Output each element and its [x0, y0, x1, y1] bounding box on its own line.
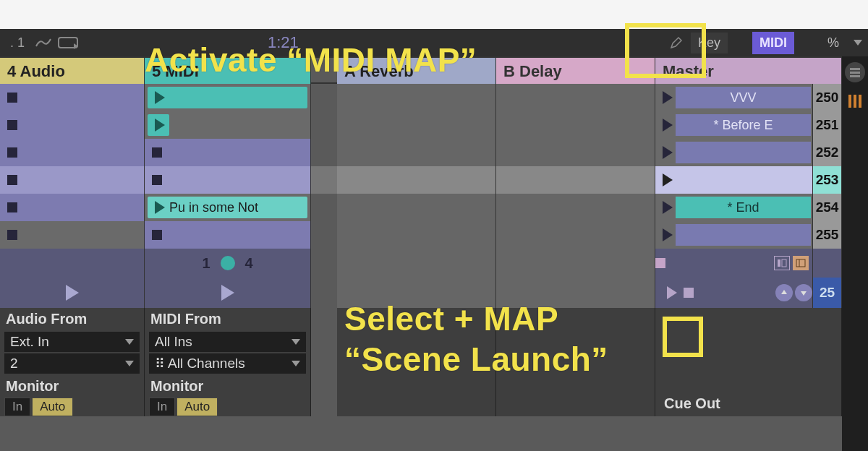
- view-icon[interactable]: [774, 256, 790, 270]
- clip-slot[interactable]: [145, 221, 311, 249]
- scene-tempo[interactable]: 251: [813, 111, 842, 139]
- time-position: 1:21: [263, 32, 303, 53]
- return-slot: [496, 194, 655, 221]
- monitor-auto-button[interactable]: Auto: [32, 398, 73, 416]
- return-status: [496, 249, 655, 278]
- return-slot: [496, 139, 655, 166]
- midi-map-button[interactable]: MIDI: [752, 32, 794, 54]
- return-slot: [337, 111, 496, 139]
- nudge-down-icon[interactable]: [795, 284, 812, 301]
- return-slot: [337, 194, 496, 221]
- clip-slot[interactable]: [0, 139, 145, 166]
- track-header-midi[interactable]: 5 MIDI: [145, 58, 311, 85]
- cue-out-label: Cue Out: [658, 392, 726, 415]
- crossfade-value[interactable]: 25: [813, 278, 842, 308]
- audio-channel-dropdown[interactable]: 2: [4, 353, 140, 374]
- scene-slot[interactable]: * End: [655, 194, 813, 221]
- io-label: MIDI From: [145, 308, 310, 330]
- scene-tempo[interactable]: 250: [813, 84, 842, 111]
- automation-icon[interactable]: [35, 36, 52, 49]
- dropdown-icon[interactable]: [854, 40, 862, 46]
- monitor-label: Monitor: [145, 375, 310, 398]
- track-launch-button[interactable]: [0, 278, 145, 308]
- monitor-label: Monitor: [0, 375, 144, 398]
- scene-launch-button[interactable]: [655, 278, 813, 308]
- pencil-icon[interactable]: [668, 36, 685, 49]
- midi-activity-icon: [221, 256, 235, 270]
- loop-icon[interactable]: [58, 37, 78, 48]
- io-label: Audio From: [0, 308, 144, 330]
- return-slot: [337, 139, 496, 166]
- scene-slot[interactable]: [655, 139, 813, 166]
- track-header-audio[interactable]: 4 Audio: [0, 58, 145, 85]
- browser-sidebar: [842, 56, 868, 451]
- clip-slot[interactable]: [145, 84, 311, 111]
- session-view: 4 Audio 5 MIDI A Reverb B Delay Master V…: [0, 56, 842, 451]
- view-icon[interactable]: [793, 256, 809, 270]
- return-status: [337, 249, 496, 278]
- monitor-auto-button[interactable]: Auto: [176, 398, 218, 416]
- stop-all-clips[interactable]: [655, 249, 813, 278]
- scene-tempo[interactable]: 252: [813, 139, 842, 166]
- track-launch-button[interactable]: [145, 278, 311, 308]
- clip-slot[interactable]: [145, 166, 311, 194]
- scene-tempo[interactable]: 253: [813, 166, 842, 194]
- clip-slot[interactable]: [0, 84, 145, 111]
- return-slot: [337, 221, 496, 249]
- midi-from-dropdown[interactable]: All Ins: [149, 332, 306, 352]
- track-header-reverb[interactable]: A Reverb: [337, 58, 496, 85]
- level-icon[interactable]: [845, 91, 865, 111]
- return-slot: [496, 221, 655, 249]
- audio-from-dropdown[interactable]: Ext. In: [4, 332, 140, 352]
- scene-slot[interactable]: VVV: [655, 84, 813, 111]
- scene-tempo[interactable]: 254: [813, 194, 842, 221]
- clip-slot[interactable]: [145, 139, 311, 166]
- scene-slot[interactable]: [655, 166, 813, 194]
- menu-icon[interactable]: [845, 62, 865, 82]
- clip-slot[interactable]: Pu in some Not: [145, 194, 311, 221]
- nudge-up-icon[interactable]: [775, 284, 793, 301]
- scene-tempo[interactable]: 255: [813, 221, 842, 249]
- transport-bar: . 1 1:21 Key MIDI %: [0, 29, 868, 56]
- clip-slot[interactable]: [145, 111, 311, 139]
- key-map-button[interactable]: Key: [691, 33, 728, 53]
- return-slot: [496, 84, 655, 111]
- return-slot: [496, 111, 655, 139]
- track-header-delay[interactable]: B Delay: [496, 58, 655, 85]
- bar-position: . 1: [6, 34, 29, 52]
- return-slot: [496, 166, 655, 194]
- clip-slot[interactable]: [0, 221, 145, 249]
- return-slot: [337, 84, 496, 111]
- clip-slot[interactable]: [0, 194, 145, 221]
- svg-rect-0: [778, 259, 780, 267]
- svg-rect-2: [796, 259, 805, 267]
- scene-slot[interactable]: * Before E: [655, 111, 813, 139]
- monitor-in-button[interactable]: In: [149, 398, 175, 416]
- midi-channel-dropdown[interactable]: ⠿All Channels: [149, 353, 306, 374]
- clip-slot[interactable]: [0, 111, 145, 139]
- track-status: [0, 249, 145, 278]
- scene-slot[interactable]: [655, 221, 813, 249]
- clip-slot[interactable]: [0, 166, 145, 194]
- track-header-master[interactable]: Master: [655, 58, 842, 85]
- track-status-midi: 1 4: [145, 249, 311, 278]
- svg-rect-1: [782, 259, 786, 267]
- return-slot: [337, 166, 496, 194]
- cpu-meter: %: [827, 35, 839, 51]
- monitor-in-button[interactable]: In: [4, 398, 30, 416]
